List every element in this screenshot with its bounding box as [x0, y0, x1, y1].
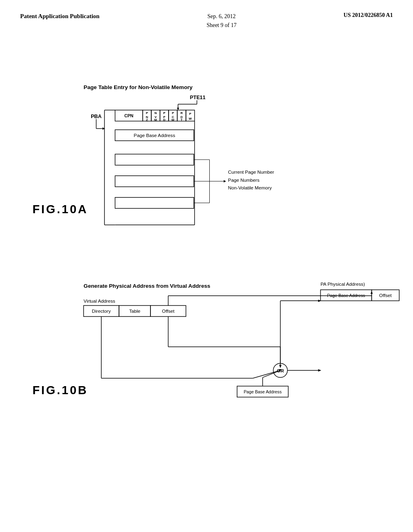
rdt-box-label2: D [180, 115, 183, 119]
pa-offset-box: Offset [379, 293, 392, 298]
ppd-box-label3: D [163, 118, 165, 122]
lower-page-base-addr: Page Base Address [244, 389, 282, 394]
svg-rect-19 [115, 130, 194, 141]
annotation-nvm: Non-Volatile Memory [228, 185, 272, 190]
main-diagram: FIG.10A Page Table Entry for Non-Volatil… [0, 32, 403, 516]
or-label: OR [277, 368, 284, 373]
fig10b-title: Generate Physical Address from Virtual A… [83, 283, 211, 289]
svg-rect-6 [151, 110, 160, 121]
annotation-cpn: Current Page Number [228, 169, 274, 175]
svg-rect-10 [186, 110, 194, 121]
pcw-box-label3: W [171, 118, 175, 122]
ppd-box-label2: P [163, 115, 165, 119]
svg-marker-39 [279, 369, 282, 372]
svg-rect-29 [83, 305, 119, 316]
ppd-box-label: P [163, 111, 165, 115]
rdt-box-label3: T [181, 118, 183, 122]
fig10a-title: Page Table Entry for Non-Volatile Memory [83, 84, 192, 90]
pa-label: PA Physical Address) [321, 281, 365, 287]
cpn-box-label: CPN [124, 113, 133, 118]
fig10a-label: FIG.10A [32, 203, 88, 216]
pnz-box-label2: N [146, 115, 148, 119]
pnz-box-label: P [146, 111, 148, 115]
svg-rect-5 [143, 110, 151, 121]
page-header: Patent Application Publication Sep. 6, 2… [0, 0, 413, 34]
fig10b-label: FIG.10B [32, 384, 88, 397]
rdt-box-label: R [180, 111, 183, 115]
svg-rect-30 [119, 305, 150, 316]
nvm-box-label: N [154, 111, 157, 115]
svg-rect-20 [115, 154, 194, 165]
svg-marker-51 [371, 291, 373, 294]
svg-rect-44 [371, 290, 399, 301]
svg-marker-18 [102, 127, 105, 130]
header-center: Sep. 6, 2012 Sheet 9 of 17 [206, 12, 236, 30]
nvm-box-label2: V [154, 115, 157, 119]
svg-rect-9 [177, 110, 186, 121]
svg-marker-28 [224, 180, 226, 183]
sheet-info: Sheet 9 of 17 [206, 22, 236, 28]
patent-number: US 2012/0226850 A1 [344, 12, 393, 19]
pa-page-base-addr: Page Base Address [327, 293, 365, 298]
publication-title: Patent Application Publication [20, 12, 100, 21]
svg-rect-31 [150, 305, 186, 316]
svg-line-38 [253, 370, 280, 378]
svg-rect-22 [115, 197, 194, 208]
offset-box-va: Offset [162, 308, 175, 314]
pte11-label: PTE11 [190, 95, 206, 100]
pw-box-label: P [189, 112, 191, 116]
virtual-addr-label: Virtual Address [83, 298, 115, 303]
svg-point-40 [273, 363, 288, 377]
pcw-box-label: P [172, 111, 174, 115]
svg-rect-52 [237, 386, 288, 397]
svg-marker-35 [279, 365, 282, 368]
pnz-box-label3: Z [146, 118, 148, 122]
pcw-box-label2: C [172, 115, 174, 119]
svg-marker-47 [318, 299, 321, 302]
table-box: Table [129, 308, 140, 314]
svg-marker-42 [318, 369, 321, 372]
directory-box: Directory [92, 308, 111, 314]
svg-rect-4 [115, 110, 142, 121]
pba-label: PBA [91, 114, 102, 119]
pub-date: Sep. 6, 2012 [207, 13, 236, 19]
svg-rect-8 [169, 110, 177, 121]
svg-rect-21 [115, 176, 194, 187]
pw-box-label2: W [189, 117, 192, 121]
svg-rect-7 [160, 110, 169, 121]
svg-marker-3 [177, 108, 179, 110]
page-base-addr-label: Page Base Address [134, 133, 175, 138]
svg-rect-43 [321, 290, 372, 301]
svg-line-54 [263, 370, 280, 378]
nvm-box-label3: M [154, 118, 157, 122]
annotation-pn: Page Numbers [228, 177, 259, 183]
